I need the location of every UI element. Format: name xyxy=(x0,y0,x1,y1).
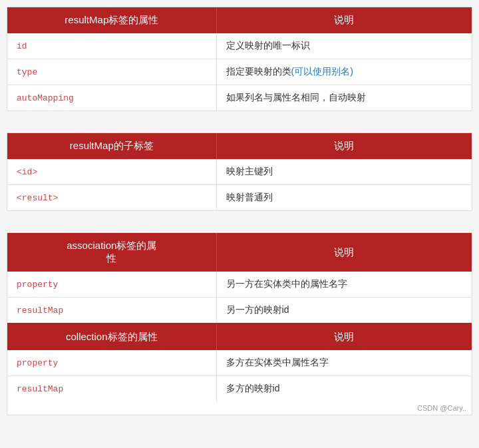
section-gap-2 xyxy=(7,222,472,232)
cell-coll-resultmap-desc: 多方的映射id xyxy=(216,376,472,402)
collection-col1-header: collection标签的属性 xyxy=(7,324,216,350)
cell-result-tag-key: <result> xyxy=(7,185,216,211)
table-row: resultMap 另一方的映射id xyxy=(7,298,472,324)
cell-assoc-property-desc: 另一方在实体类中的属性名字 xyxy=(216,272,472,298)
cell-automapping-key: autoMapping xyxy=(7,85,216,111)
subtags-col2-header: 说明 xyxy=(216,133,472,159)
cell-coll-property-desc: 多方在实体类中属性名字 xyxy=(216,350,472,376)
table-row: property 多方在实体类中属性名字 xyxy=(7,350,472,376)
cell-type-key: type xyxy=(7,59,216,85)
cell-assoc-resultmap-key: resultMap xyxy=(7,298,216,324)
table-row: type 指定要映射的类(可以使用别名) xyxy=(7,59,472,85)
cell-id-key: id xyxy=(7,33,216,59)
cell-assoc-property-key: property xyxy=(7,272,216,298)
subtags-col1-header: resultMap的子标签 xyxy=(7,133,216,159)
highlight-text: (可以使用别名) xyxy=(291,66,353,77)
table-row: resultMap 多方的映射id xyxy=(7,376,472,402)
cell-id-tag-key: <id> xyxy=(7,159,216,185)
association-col1-header: association标签的属性 xyxy=(7,233,216,272)
resultmap-attrs-col1-header: resultMap标签的属性 xyxy=(7,7,216,33)
resultmap-attrs-table: resultMap标签的属性 说明 id 定义映射的唯一标识 type 指定要映… xyxy=(7,7,472,111)
table-row: id 定义映射的唯一标识 xyxy=(7,33,472,59)
resultmap-attrs-col2-header: 说明 xyxy=(216,7,472,33)
cell-id-tag-desc: 映射主键列 xyxy=(216,159,472,185)
association-col2-header: 说明 xyxy=(216,233,472,272)
association-attrs-table: association标签的属性 说明 property 另一方在实体类中的属性… xyxy=(7,232,472,415)
table-row: <result> 映射普通列 xyxy=(7,185,472,211)
resultmap-subtags-table: resultMap的子标签 说明 <id> 映射主键列 <result> 映射普… xyxy=(7,132,472,211)
table-row: <id> 映射主键列 xyxy=(7,159,472,185)
collection-col2-header: 说明 xyxy=(216,324,472,350)
watermark: CSDN @Cary.. xyxy=(7,401,472,415)
cell-result-tag-desc: 映射普通列 xyxy=(216,185,472,211)
cell-automapping-desc: 如果列名与属性名相同，自动映射 xyxy=(216,85,472,111)
section-gap-1 xyxy=(7,122,472,132)
cell-id-desc: 定义映射的唯一标识 xyxy=(216,33,472,59)
table-row: property 另一方在实体类中的属性名字 xyxy=(7,272,472,298)
cell-assoc-resultmap-desc: 另一方的映射id xyxy=(216,298,472,324)
table-row: autoMapping 如果列名与属性名相同，自动映射 xyxy=(7,85,472,111)
cell-coll-resultmap-key: resultMap xyxy=(7,376,216,402)
cell-type-desc: 指定要映射的类(可以使用别名) xyxy=(216,59,472,85)
cell-coll-property-key: property xyxy=(7,350,216,376)
